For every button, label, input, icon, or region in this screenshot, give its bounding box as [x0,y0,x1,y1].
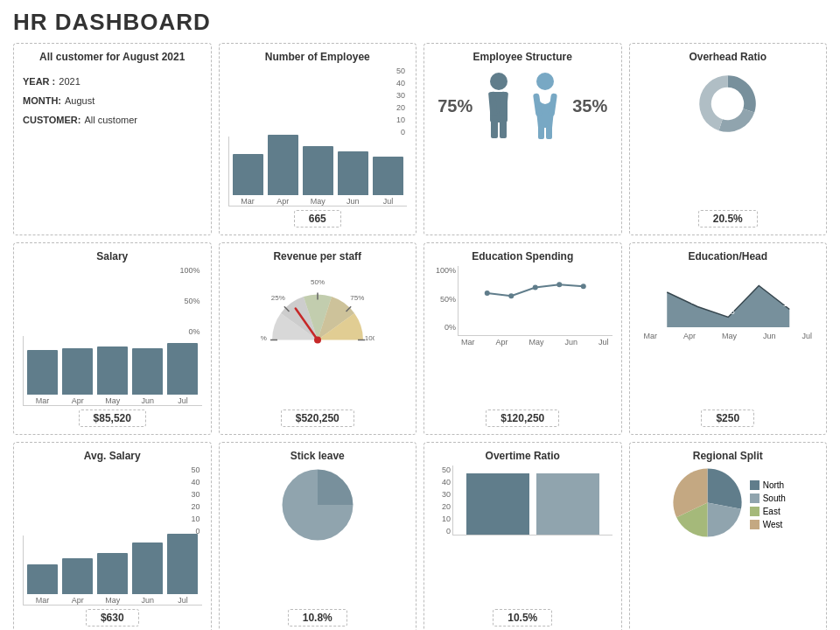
card-stick-leave: Stick leave10.8% [219,442,417,630]
card-title-salary: Salary [96,250,128,262]
regional-pie [670,466,745,543]
svg-text:0%: 0% [261,334,267,342]
svg-point-25 [533,285,538,290]
card-education-head: Education/Head250195155275185MarAprMayJu… [629,242,828,435]
card-revenue-per-staff: Revenue per staff0%25%50%75%100%$520,250 [219,242,417,435]
card-value-stick-leave: 10.8% [288,609,347,626]
svg-point-23 [485,290,490,296]
line-chart: 100%50%0%MarAprMayJunJul [433,266,612,346]
card-title-revenue-per-staff: Revenue per staff [273,250,361,262]
card-num-employee: Number of Employee50403020100MarAprMayJu… [219,43,417,235]
card-education-spending: Education Spending100%50%0%MarAprMayJunJ… [424,242,622,435]
svg-text:50%: 50% [311,278,325,286]
card-value-overtime-ratio: 10.5% [493,609,552,626]
legend-item: North [750,480,786,490]
svg-text:250: 250 [660,282,673,290]
card-value-salary: $85,520 [79,410,146,427]
legend-item: South [750,494,786,503]
card-regional-split: Regional SplitNorthSouthEastWest [629,442,828,630]
svg-text:275: 275 [752,276,765,284]
card-title-all-customer: All customer for August 2021 [39,51,185,63]
pie-legend: NorthSouthEastWest [750,480,786,529]
card-value-overhead-ratio: 20.5% [698,210,758,228]
card-title-num-employee: Number of Employee [265,51,370,63]
card-title-stick-leave: Stick leave [290,450,345,462]
svg-point-26 [556,282,562,287]
svg-text:25%: 25% [270,294,284,302]
card-title-education-spending: Education Spending [472,250,573,262]
card-value-num-employee: 665 [294,210,341,228]
pie-chart [228,466,408,544]
card-title-avg-salary: Avg. Salary [84,450,141,462]
svg-rect-10 [546,125,552,139]
dashboard-grid: All customer for August 2021 YEAR :2021 … [13,43,827,630]
svg-point-0 [490,73,508,90]
svg-text:155: 155 [721,307,734,316]
card-title-education-head: Education/Head [688,250,767,262]
svg-point-22 [314,337,321,344]
card-title-employee-structure: Employee Structure [473,51,572,63]
overtime-chart: 50403020100 [433,466,612,536]
dashboard: HR DASHBOARD All customer for August 202… [0,0,840,630]
legend-item: East [750,507,786,516]
card-all-customer: All customer for August 2021 YEAR :2021 … [13,43,212,235]
svg-point-27 [581,284,586,289]
male-pct: 75% [438,96,472,116]
bar-chart: 50403020100MarAprMayJunJul [23,466,202,606]
card-title-overtime-ratio: Overtime Ratio [486,450,560,462]
svg-text:100%: 100% [365,334,374,342]
svg-rect-5 [500,119,507,138]
svg-text:75%: 75% [350,294,364,302]
svg-rect-4 [491,119,498,138]
card-salary: Salary100%50%0%MarAprMayJunJul$85,520 [13,242,212,435]
gauge-chart: 0%25%50%75%100% [228,266,408,352]
donut-chart [690,66,765,141]
legend-item: West [750,520,786,529]
svg-point-24 [508,293,514,298]
bar-chart: 100%50%0%MarAprMayJunJul [23,266,202,406]
pie-legend-container: NorthSouthEastWest [639,466,818,543]
card-value-education-spending: $120,250 [486,410,559,427]
svg-text:185: 185 [782,299,795,308]
area-chart: 250195155275185MarAprMayJunJul [639,266,818,340]
employee-structure-visual: 75% 35% [433,66,612,145]
svg-rect-9 [538,125,544,139]
info-content: YEAR :2021 MONTH:August CUSTOMER:All cus… [23,72,202,130]
svg-text:195: 195 [690,297,704,305]
page-title: HR DASHBOARD [13,9,827,36]
card-title-regional-split: Regional Split [693,450,763,462]
card-value-revenue-per-staff: $520,250 [281,410,354,427]
card-overhead-ratio: Overhead Ratio20.5% [629,43,828,235]
card-avg-salary: Avg. Salary50403020100MarAprMayJunJul$63… [13,442,212,630]
card-title-overhead-ratio: Overhead Ratio [689,51,766,63]
card-employee-structure: Employee Structure75% 35% [424,43,622,235]
card-overtime-ratio: Overtime Ratio5040302010010.5% [424,442,622,630]
card-value-avg-salary: $630 [86,609,139,626]
card-value-education-head: $250 [701,410,754,427]
bar-chart: 50403020100MarAprMayJunJul [228,66,408,206]
svg-point-6 [536,73,554,90]
female-pct: 35% [572,96,607,116]
